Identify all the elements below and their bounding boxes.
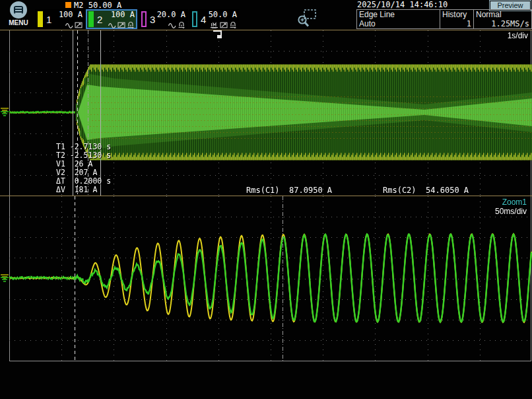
channel-2-number: 2 [97, 14, 102, 25]
zoom-cursor-dashdot[interactable] [283, 196, 283, 361]
zoom-cursor-dashed[interactable] [75, 196, 75, 361]
probe-box-icon [117, 22, 125, 28]
channel-3-icons [168, 21, 185, 28]
ac-coupling-icon [168, 22, 176, 28]
probe-box-icon [220, 22, 228, 28]
channel-3-number: 3 [150, 14, 155, 25]
channel-3-color-bar [141, 11, 147, 27]
measurement-rms-c1: Rms(C1) 87.0950 A [246, 186, 332, 195]
m2-level-indicator: M2 50.00 A [65, 1, 121, 10]
channel-4-box[interactable]: 450.0 A [189, 9, 240, 29]
history-box[interactable]: History 1 [440, 9, 474, 29]
channel-4-number: 4 [201, 14, 206, 25]
cursor-readout-row: V1 26 A [56, 160, 111, 168]
cursor-readout-row: ΔV 181 A [56, 186, 111, 194]
trigger-sweep: Auto [359, 19, 438, 28]
zoom-timebase-label: 50ms/div [495, 207, 527, 216]
m2-color-swatch [65, 2, 71, 8]
channel-1-icons [65, 22, 83, 28]
trigger-settings-box[interactable]: Edge Line Auto [356, 9, 440, 29]
ac-coupling-icon [108, 22, 116, 28]
menu-label: MENU [4, 19, 33, 26]
cursor-readout-row: T2 -2.5130 s [56, 151, 111, 160]
channel-2-icons [108, 21, 135, 28]
channel-1-color-bar [38, 11, 43, 27]
current-clamp-icon [178, 21, 185, 28]
current-clamp-icon [127, 21, 135, 28]
ch2-ground-marker[interactable] [0, 110, 9, 118]
menu-icon [10, 1, 27, 18]
channel-4-color-bar [192, 11, 197, 27]
current-clamp-icon [229, 21, 237, 28]
sample-rate: 1.25MS/s [476, 19, 529, 28]
trigger-mode: Edge Line [359, 10, 438, 19]
dc-1mohm-icon [210, 22, 218, 28]
history-value: 1 [442, 19, 471, 28]
channel-1-number: 1 [46, 14, 51, 25]
cursor-readout-row: ΔT 0.2000 s [56, 177, 111, 186]
zoom-ch2-ground-marker[interactable] [0, 276, 9, 283]
channel-3-box[interactable]: 320.0 A [139, 9, 188, 29]
channel-2-box[interactable]: 2100 A [86, 9, 137, 29]
channel-2-color-bar [88, 11, 94, 27]
cursor-readout-row: T1 -2.7130 s [56, 143, 111, 151]
cursor-readout-row: V2 207 A [56, 168, 111, 177]
channel-3-scale-value: 20.0 A [157, 10, 185, 19]
cursor-readout: T1 -2.7130 sT2 -2.5130 sV1 26 AV2 207 AΔ… [56, 143, 111, 194]
main-timebase-label: 1s/div [508, 31, 528, 40]
measurement-rms-c2: Rms(C2) 54.6050 A [383, 186, 469, 195]
zoom-waveform-canvas [9, 196, 532, 361]
history-label: History [442, 10, 471, 19]
channel-4-icons [210, 21, 237, 28]
menu-button[interactable]: MENU [4, 1, 33, 29]
zoom-search-icon[interactable] [296, 9, 317, 28]
ac-coupling-icon [65, 22, 73, 28]
oscilloscope-screen: MENU M2 50.00 A 1100 A2100 A320.0 A450.0… [0, 0, 532, 399]
acquisition-box[interactable]: Normal 1.25MS/s [473, 9, 532, 29]
channel-1-box[interactable]: 1100 A [35, 9, 85, 29]
channel-1-scale-value: 100 A [59, 10, 83, 19]
acquisition-mode: Normal [476, 10, 529, 19]
m2-label: M2 50.00 A [74, 1, 121, 10]
channel-2-scale-value: 100 A [111, 10, 135, 19]
zoom-window-bottom-border [9, 361, 531, 361]
trigger-position-marker[interactable] [213, 30, 224, 40]
zoom-window-name: Zoom1 [502, 198, 527, 207]
channel-4-scale-value: 50.0 A [209, 10, 237, 19]
probe-box-icon [75, 22, 83, 28]
datetime: 2025/10/14 14:46:10 [357, 0, 448, 9]
